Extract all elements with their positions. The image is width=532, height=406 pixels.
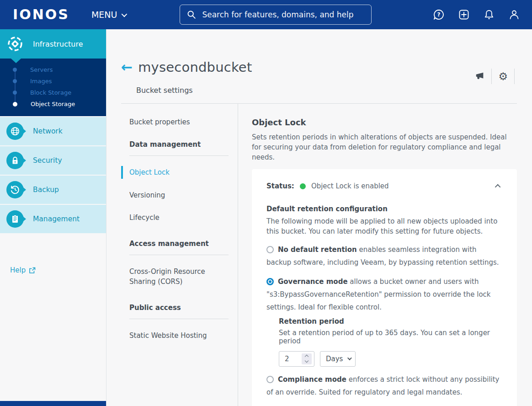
settings-subnav: Bucket properties Data management Object… xyxy=(121,104,238,406)
status-label: Status: xyxy=(266,182,294,190)
section-description: Sets retention periods in which alterati… xyxy=(252,133,512,162)
option-name: No default retention xyxy=(278,246,357,254)
retention-period-description: Set a retention period of up to 365 days… xyxy=(279,329,503,345)
backup-clock-icon xyxy=(6,181,24,198)
option-name: Compliance mode xyxy=(278,375,346,384)
tab-bucket-settings[interactable]: Bucket settings xyxy=(136,86,193,103)
infrastructure-icon xyxy=(6,35,24,53)
option-name: Governance mode xyxy=(278,278,348,286)
bullet-icon xyxy=(13,102,17,107)
radio-compliance-mode[interactable] xyxy=(266,376,274,383)
retention-unit-value: Days xyxy=(326,355,347,363)
sidebar-item-security[interactable]: Security xyxy=(0,146,106,175)
retention-config-title: Default retention configuration xyxy=(266,205,503,213)
global-search[interactable] xyxy=(180,5,372,25)
option-governance-mode: Governance mode allows a bucket owner an… xyxy=(266,275,503,314)
user-account-icon[interactable] xyxy=(508,9,520,21)
subitem-label: Images xyxy=(30,78,52,85)
ionos-console: IONOS MENU ? xyxy=(0,0,532,406)
help-link[interactable]: Help xyxy=(10,266,106,274)
subnav-item-versioning[interactable]: Versioning xyxy=(129,191,229,201)
help-label: Help xyxy=(10,266,26,274)
status-dot xyxy=(300,183,306,189)
main-menu-button[interactable]: MENU xyxy=(91,10,126,20)
infrastructure-submenu: Servers Images Block Storage Object Stor… xyxy=(0,59,106,116)
retention-unit-select[interactable]: Days xyxy=(320,351,356,367)
subitem-label: Object Storage xyxy=(31,101,75,107)
network-globe-icon xyxy=(6,123,24,140)
retention-days-value: 2 xyxy=(285,355,302,363)
subitem-label: Servers xyxy=(30,66,53,73)
bullet-icon xyxy=(13,79,17,83)
subitem-label: Block Storage xyxy=(30,89,71,96)
subnav-header-data-management: Data management xyxy=(129,140,229,156)
sidebar-subitem-object-storage[interactable]: Object Storage xyxy=(0,98,106,110)
search-input[interactable] xyxy=(202,10,357,19)
radio-no-default-retention[interactable] xyxy=(266,246,274,253)
bullet-icon xyxy=(13,91,17,95)
section-title: Object Lock xyxy=(252,118,517,127)
option-no-default-retention: No default retention enables seamless in… xyxy=(266,243,503,269)
sidebar-item-backup[interactable]: Backup xyxy=(0,176,106,204)
sidebar-item-infrastructure[interactable]: Infrastructure xyxy=(0,29,106,59)
spinner-down-icon[interactable] xyxy=(305,359,309,363)
separator xyxy=(514,69,515,84)
sidebar-item-label: Network xyxy=(33,127,63,135)
sidebar-subitem-block-storage[interactable]: Block Storage xyxy=(0,87,106,98)
page-actions: ⚙ xyxy=(475,69,521,84)
lock-icon xyxy=(6,152,24,169)
chevron-down-icon xyxy=(122,11,128,17)
external-link-icon xyxy=(29,267,36,274)
search-icon xyxy=(186,10,197,20)
subnav-item-object-lock[interactable]: Object Lock xyxy=(129,168,229,178)
retention-period-block: Retention period Set a retention period … xyxy=(279,317,503,367)
number-spinner[interactable] xyxy=(302,353,312,364)
spinner-up-icon[interactable] xyxy=(305,355,309,358)
megaphone-icon[interactable] xyxy=(475,71,485,81)
subnav-item-bucket-properties[interactable]: Bucket properties xyxy=(129,118,229,128)
main-content: ⚙ ← mysecondbucket Bucket settings Bucke… xyxy=(106,29,532,406)
svg-text:?: ? xyxy=(437,11,441,18)
retention-period-label: Retention period xyxy=(279,317,503,326)
sidebar-subitem-images[interactable]: Images xyxy=(0,75,106,87)
topbar: IONOS MENU ? xyxy=(0,0,532,29)
sidebar-item-label: Infrastructure xyxy=(33,40,83,48)
retention-days-input[interactable]: 2 xyxy=(279,351,314,367)
notifications-bell-icon[interactable] xyxy=(483,9,495,21)
sidebar-footer xyxy=(0,401,106,406)
chevron-up-icon[interactable] xyxy=(495,184,501,190)
sidebar-subitem-servers[interactable]: Servers xyxy=(0,64,106,75)
status-value: Object Lock is enabled xyxy=(311,182,389,190)
subnav-item-lifecycle[interactable]: Lifecycle xyxy=(129,213,229,223)
sidebar-item-label: Backup xyxy=(33,186,59,194)
subnav-header-public-access: Public access xyxy=(129,304,229,319)
menu-label: MENU xyxy=(91,10,117,20)
page-title: mysecondbucket xyxy=(138,59,252,75)
chevron-down-icon xyxy=(347,356,352,360)
sidebar-item-label: Security xyxy=(33,156,62,165)
subnav-header-access-management: Access management xyxy=(129,240,229,255)
sidebar-item-label: Management xyxy=(33,215,80,223)
status-row: Status: Object Lock is enabled xyxy=(266,176,503,195)
radio-governance-mode[interactable] xyxy=(266,278,274,285)
retention-config-description: The following mode will be applied to al… xyxy=(266,217,503,237)
ionos-logo[interactable]: IONOS xyxy=(13,8,69,21)
topbar-actions: ? xyxy=(433,9,520,21)
subnav-item-cors[interactable]: Cross-Origin Resource Sharing (CORS) xyxy=(129,267,229,287)
bullet-icon xyxy=(13,68,17,72)
subnav-item-static-website-hosting[interactable]: Static Website Hosting xyxy=(129,331,229,341)
object-lock-card: Status: Object Lock is enabled Default r… xyxy=(252,169,517,406)
back-arrow-icon[interactable]: ← xyxy=(121,60,133,74)
separator xyxy=(491,69,492,84)
page-header: ← mysecondbucket xyxy=(121,59,517,75)
option-compliance-mode: Compliance mode enforces a strict lock w… xyxy=(266,373,503,399)
sidebar: Infrastructure Servers Images Block Stor… xyxy=(0,29,106,406)
clipboard-icon xyxy=(6,210,24,228)
sidebar-item-network[interactable]: Network xyxy=(0,117,106,145)
help-bubble-icon[interactable]: ? xyxy=(433,9,445,21)
create-plus-icon[interactable] xyxy=(458,9,470,21)
gear-icon[interactable]: ⚙ xyxy=(498,71,508,81)
sidebar-item-management[interactable]: Management xyxy=(0,205,106,233)
object-lock-panel: Object Lock Sets retention periods in wh… xyxy=(238,104,517,406)
